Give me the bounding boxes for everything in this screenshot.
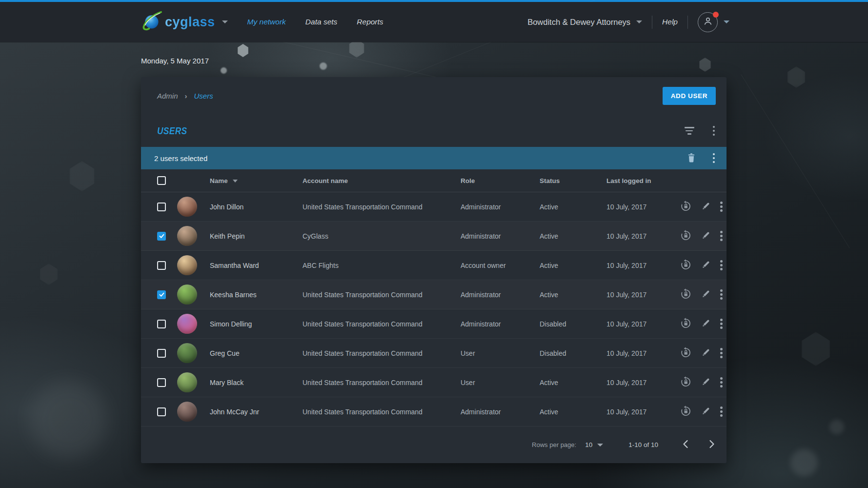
user-status: Disabled: [540, 320, 566, 328]
row-checkbox[interactable]: [157, 349, 166, 358]
rows-per-page-label: Rows per page:: [532, 441, 576, 448]
organization-switcher[interactable]: Bowditch & Dewey Attorneys: [527, 18, 630, 27]
account-name: United States Transportation Command: [303, 320, 423, 328]
reset-password-button[interactable]: [680, 200, 692, 214]
edit-user-button[interactable]: [701, 260, 711, 271]
help-link[interactable]: Help: [662, 18, 678, 26]
pencil-icon: [701, 347, 711, 359]
user-status: Active: [540, 379, 558, 386]
user-name: Samantha Ward: [210, 262, 259, 269]
row-menu-button[interactable]: [720, 377, 723, 387]
user-menu-chevron-down-icon[interactable]: [724, 20, 729, 23]
row-checkbox[interactable]: [157, 261, 166, 270]
bg-hexagon: [787, 66, 806, 88]
avatar: [177, 285, 197, 305]
user-name: Greg Cue: [210, 349, 240, 357]
previous-page-button[interactable]: [681, 438, 690, 452]
edit-user-button[interactable]: [701, 318, 711, 329]
add-user-button[interactable]: ADD USER: [663, 87, 716, 105]
reset-password-button[interactable]: [680, 405, 692, 419]
column-header-last-logged-in[interactable]: Last logged in: [606, 177, 651, 184]
bg-hexagon: [800, 332, 831, 366]
table-row: Keesha Barnes United States Transportati…: [141, 280, 727, 309]
card-title-row: USERS: [141, 115, 727, 147]
pencil-icon: [701, 289, 711, 300]
logo-wordmark: cyglass: [165, 15, 215, 30]
kebab-icon: [713, 126, 715, 136]
breadcrumb-admin[interactable]: Admin: [157, 92, 178, 100]
row-menu-button[interactable]: [720, 407, 723, 417]
row-checkbox[interactable]: [157, 378, 166, 387]
reset-password-button[interactable]: [680, 288, 692, 302]
nav-item-reports[interactable]: Reports: [357, 18, 383, 26]
next-page-button[interactable]: [707, 438, 717, 452]
pencil-icon: [701, 377, 711, 388]
selection-menu-button[interactable]: [713, 153, 715, 163]
logo-globe-icon: [141, 11, 162, 33]
reset-password-button[interactable]: [680, 259, 692, 272]
row-checkbox[interactable]: [157, 203, 166, 211]
row-menu-button[interactable]: [720, 202, 723, 212]
rows-per-page-select[interactable]: 10: [585, 441, 603, 448]
table-row: Keith Pepin CyGlass Administrator Active…: [141, 222, 727, 251]
kebab-icon: [720, 260, 723, 270]
nav-item-my-network[interactable]: My network: [247, 18, 286, 26]
edit-user-button[interactable]: [701, 347, 711, 359]
edit-user-button[interactable]: [701, 201, 711, 212]
reset-password-button[interactable]: [680, 229, 692, 243]
bg-hexagon: [237, 44, 249, 57]
row-checkbox[interactable]: [157, 407, 166, 416]
account-name: United States Transportation Command: [303, 203, 423, 211]
last-logged-in: 10 July, 2017: [606, 349, 646, 357]
row-checkbox[interactable]: [157, 232, 166, 241]
delete-selected-button[interactable]: [686, 152, 696, 164]
user-role: User: [461, 379, 475, 386]
select-all-checkbox[interactable]: [157, 176, 166, 185]
page-title: USERS: [157, 125, 187, 137]
column-header-status[interactable]: Status: [540, 177, 560, 184]
selection-bar: 2 users selected: [141, 147, 727, 169]
user-menu-button[interactable]: [698, 12, 718, 32]
logo[interactable]: cyglass: [141, 11, 228, 33]
logo-chevron-down-icon[interactable]: [222, 20, 228, 23]
breadcrumb-users[interactable]: Users: [194, 92, 213, 100]
row-menu-button[interactable]: [720, 231, 723, 241]
reset-password-button[interactable]: [680, 346, 692, 360]
column-header-account[interactable]: Account name: [303, 177, 348, 184]
nav-item-data-sets[interactable]: Data sets: [305, 18, 337, 26]
avatar: [177, 402, 197, 422]
filter-icon: [685, 127, 694, 135]
table-menu-button[interactable]: [713, 126, 715, 136]
row-checkbox[interactable]: [157, 290, 166, 299]
avatar: [177, 314, 197, 334]
row-menu-button[interactable]: [720, 348, 723, 358]
last-logged-in: 10 July, 2017: [606, 408, 646, 416]
row-menu-button[interactable]: [720, 319, 723, 329]
pencil-icon: [701, 230, 711, 242]
sort-desc-icon[interactable]: [233, 180, 238, 183]
bg-line: [741, 74, 849, 248]
reset-password-button[interactable]: [680, 376, 692, 389]
user-role: User: [461, 349, 475, 357]
edit-user-button[interactable]: [701, 377, 711, 388]
kebab-icon: [713, 153, 715, 163]
filter-button[interactable]: [685, 127, 694, 135]
avatar: [177, 372, 197, 392]
user-rows: John Dillon United States Transportation…: [141, 192, 727, 427]
row-menu-button[interactable]: [720, 289, 723, 300]
user-role: Administrator: [461, 320, 501, 328]
column-header-role[interactable]: Role: [461, 177, 475, 184]
edit-user-button[interactable]: [701, 289, 711, 300]
edit-user-button[interactable]: [701, 406, 711, 417]
edit-user-button[interactable]: [701, 230, 711, 242]
user-name: Mary Black: [210, 379, 243, 386]
row-menu-button[interactable]: [720, 260, 723, 270]
user-role: Administrator: [461, 291, 501, 299]
last-logged-in: 10 July, 2017: [606, 232, 646, 240]
row-checkbox[interactable]: [157, 320, 166, 328]
organization-chevron-down-icon[interactable]: [636, 20, 642, 23]
reset-password-button[interactable]: [680, 317, 692, 331]
column-header-name[interactable]: Name: [210, 177, 228, 184]
rows-per-page-value: 10: [585, 441, 592, 448]
user-role: Administrator: [461, 232, 501, 240]
